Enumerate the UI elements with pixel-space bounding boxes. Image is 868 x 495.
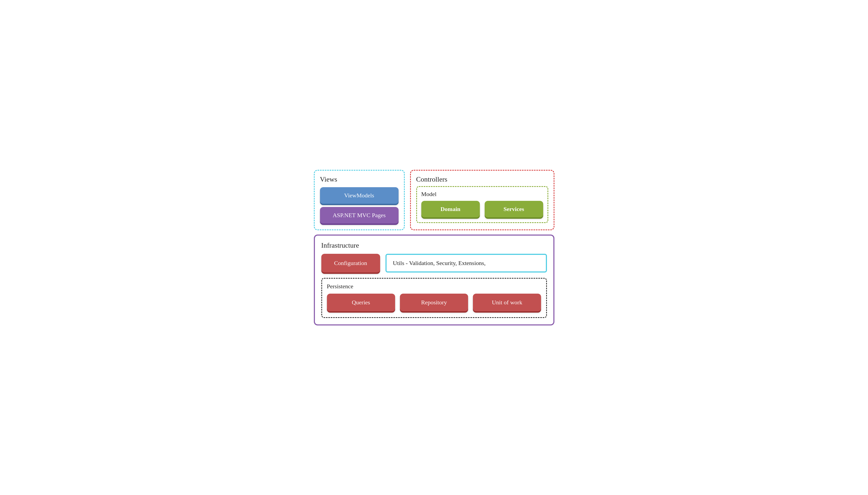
persistence-row: Queries Repository Unit of work xyxy=(327,294,541,311)
domain-button[interactable]: Domain xyxy=(421,201,480,218)
services-button[interactable]: Services xyxy=(485,201,543,218)
model-row: Domain Services xyxy=(421,201,543,218)
model-box: Model Domain Services xyxy=(416,186,548,223)
viewmodels-button[interactable]: ViewModels xyxy=(320,187,399,204)
utils-box: Utils - Validation, Security, Extensions… xyxy=(385,254,547,273)
persistence-title: Persistence xyxy=(327,283,541,290)
infra-top-row: Configuration Utils - Validation, Securi… xyxy=(321,254,547,273)
views-title: Views xyxy=(320,175,399,184)
infrastructure-box: Infrastructure Configuration Utils - Val… xyxy=(314,235,554,325)
controllers-title: Controllers xyxy=(416,175,548,184)
persistence-box: Persistence Queries Repository Unit of w… xyxy=(321,278,547,318)
infrastructure-title: Infrastructure xyxy=(321,241,547,250)
unitofwork-button[interactable]: Unit of work xyxy=(473,294,541,311)
top-row: Views ViewModels ASP.NET MVC Pages Contr… xyxy=(314,170,554,230)
model-title: Model xyxy=(421,191,543,198)
aspnet-button[interactable]: ASP.NET MVC Pages xyxy=(320,207,399,224)
configuration-button[interactable]: Configuration xyxy=(321,254,380,273)
utils-text: Utils - Validation, Security, Extensions… xyxy=(393,260,486,267)
repository-button[interactable]: Repository xyxy=(400,294,468,311)
diagram-container: Views ViewModels ASP.NET MVC Pages Contr… xyxy=(314,170,554,325)
controllers-box: Controllers Model Domain Services xyxy=(410,170,554,230)
views-box: Views ViewModels ASP.NET MVC Pages xyxy=(314,170,405,230)
queries-button[interactable]: Queries xyxy=(327,294,395,311)
